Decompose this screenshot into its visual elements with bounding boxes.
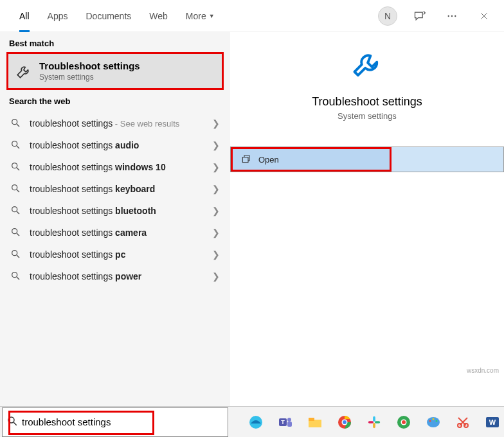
chevron-right-icon: ❯ <box>212 206 220 216</box>
edge-icon[interactable] <box>248 414 264 431</box>
best-match-result[interactable]: Troubleshoot settings System settings <box>6 52 224 90</box>
result-text: troubleshoot settings camera <box>30 227 212 238</box>
watermark: wsxdn.com <box>467 367 499 374</box>
svg-point-27 <box>287 418 291 422</box>
wrench-icon <box>15 62 33 80</box>
tab-more[interactable]: More▼ <box>177 0 224 32</box>
more-options-icon[interactable] <box>442 6 462 26</box>
chrome-icon[interactable] <box>336 414 353 431</box>
svg-text:T: T <box>281 419 285 425</box>
results-panel: Best match Troubleshoot settings System … <box>0 32 230 406</box>
search-web-heading: Search the web <box>0 90 230 110</box>
svg-rect-21 <box>242 157 248 163</box>
open-button[interactable]: Open <box>231 147 392 172</box>
svg-line-6 <box>17 124 19 127</box>
result-text: troubleshoot settings power <box>30 271 212 281</box>
svg-point-0 <box>448 15 449 16</box>
chevron-right-icon: ❯ <box>212 162 220 172</box>
chevron-right-icon: ❯ <box>212 227 220 238</box>
best-match-title: Troubleshoot settings <box>39 60 140 71</box>
best-match-heading: Best match <box>0 32 230 52</box>
tab-all[interactable]: All <box>10 0 39 32</box>
svg-line-12 <box>17 190 19 192</box>
filter-tabs: All Apps Documents Web More▼ N <box>0 0 504 32</box>
open-label: Open <box>258 155 279 165</box>
chrome-alt-icon[interactable] <box>395 414 412 431</box>
svg-point-7 <box>12 141 17 147</box>
chevron-right-icon: ❯ <box>212 271 220 281</box>
search-icon <box>10 227 22 238</box>
svg-line-20 <box>17 277 19 280</box>
word-icon[interactable]: W <box>484 414 501 431</box>
svg-point-43 <box>433 418 435 420</box>
svg-point-19 <box>12 272 17 278</box>
web-result-item[interactable]: troubleshoot settings keyboard ❯ <box>0 178 230 200</box>
svg-point-11 <box>12 185 17 190</box>
search-icon <box>10 139 22 151</box>
web-result-list: troubleshoot settings - See web results … <box>0 110 230 287</box>
web-result-item[interactable]: troubleshoot settings power ❯ <box>0 265 230 287</box>
svg-point-2 <box>455 15 456 16</box>
preview-subtitle: System settings <box>338 111 397 121</box>
result-text: troubleshoot settings windows 10 <box>30 162 212 172</box>
result-text: troubleshoot settings - See web results <box>30 118 212 129</box>
user-avatar[interactable]: N <box>378 6 397 26</box>
svg-rect-34 <box>373 416 375 421</box>
svg-text:W: W <box>489 418 496 426</box>
chevron-right-icon: ❯ <box>212 184 220 194</box>
web-result-item[interactable]: troubleshoot settings pc ❯ <box>0 244 230 265</box>
svg-line-14 <box>17 211 19 214</box>
wrench-icon <box>349 48 385 84</box>
result-text: troubleshoot settings pc <box>30 249 212 260</box>
close-button[interactable] <box>474 6 494 26</box>
result-text: troubleshoot settings bluetooth <box>30 206 212 216</box>
chevron-right-icon: ❯ <box>212 249 220 260</box>
svg-point-9 <box>12 163 17 168</box>
svg-point-40 <box>402 420 406 424</box>
teams-icon[interactable]: T <box>277 414 294 431</box>
preview-actions: Open <box>230 147 504 172</box>
svg-rect-28 <box>287 422 292 427</box>
svg-point-5 <box>12 120 17 125</box>
svg-rect-37 <box>368 421 374 424</box>
tab-web[interactable]: Web <box>140 0 177 32</box>
svg-rect-36 <box>373 422 375 427</box>
search-icon <box>10 183 22 195</box>
svg-point-42 <box>429 420 431 422</box>
search-icon <box>10 118 22 129</box>
tab-more-label: More <box>186 11 206 21</box>
web-result-item[interactable]: troubleshoot settings audio ❯ <box>0 134 230 156</box>
web-result-item[interactable]: troubleshoot settings windows 10 ❯ <box>0 156 230 178</box>
best-match-subtitle: System settings <box>39 73 140 82</box>
search-icon <box>10 205 22 217</box>
tab-apps[interactable]: Apps <box>39 0 77 32</box>
svg-point-15 <box>12 229 17 234</box>
svg-line-16 <box>17 233 19 236</box>
file-explorer-icon[interactable] <box>307 414 323 431</box>
slack-icon[interactable] <box>366 414 382 431</box>
svg-point-17 <box>12 251 17 256</box>
open-icon <box>240 154 251 165</box>
paint-icon[interactable] <box>425 414 442 431</box>
preview-title: Troubleshoot settings <box>312 95 422 109</box>
web-result-item[interactable]: troubleshoot settings bluetooth ❯ <box>0 200 230 222</box>
search-input[interactable] <box>22 408 228 436</box>
svg-line-18 <box>17 255 19 258</box>
tab-documents[interactable]: Documents <box>76 0 140 32</box>
chevron-right-icon: ❯ <box>212 140 220 150</box>
web-result-item[interactable]: troubleshoot settings - See web results … <box>0 112 230 134</box>
result-text: troubleshoot settings audio <box>30 140 212 150</box>
svg-line-47 <box>458 418 466 425</box>
search-box[interactable] <box>2 407 228 437</box>
feedback-icon[interactable] <box>410 6 429 26</box>
taskbar: T W <box>228 414 504 431</box>
chevron-right-icon: ❯ <box>212 118 220 129</box>
chevron-down-icon: ▼ <box>209 13 215 19</box>
search-icon <box>10 249 22 260</box>
search-icon <box>10 161 22 173</box>
svg-line-8 <box>17 146 19 148</box>
svg-point-1 <box>451 15 453 16</box>
web-result-item[interactable]: troubleshoot settings camera ❯ <box>0 222 230 244</box>
snip-icon[interactable] <box>455 414 471 431</box>
search-icon <box>10 271 22 282</box>
